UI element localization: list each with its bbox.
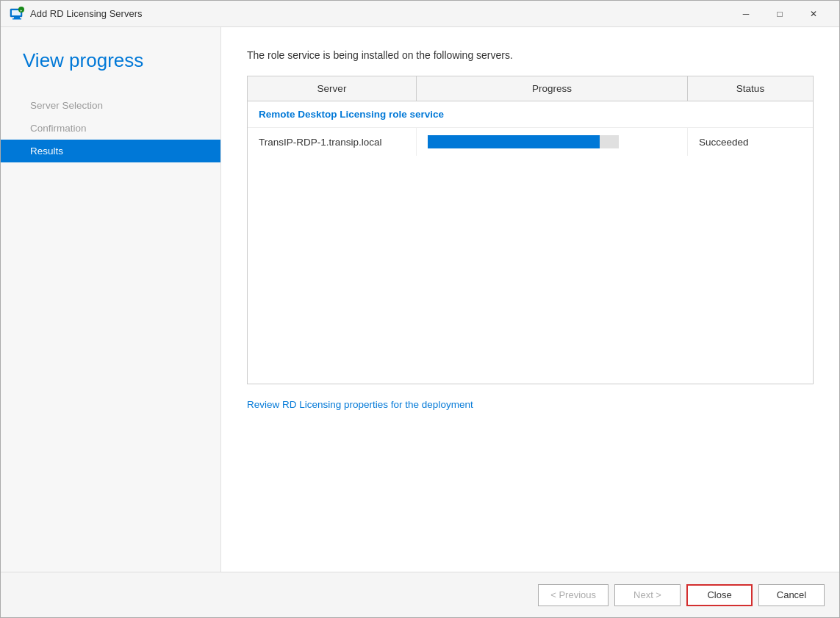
role-service-row: Remote Desktop Licensing role service bbox=[248, 101, 813, 127]
description-text: The role service is being installed on t… bbox=[247, 49, 814, 61]
results-table-container: Server Progress Status Remote Desktop Li… bbox=[247, 76, 814, 384]
sidebar-header: View progress bbox=[1, 27, 220, 87]
svg-rect-2 bbox=[14, 17, 20, 18]
progress-bar-fill bbox=[428, 135, 600, 148]
cell-progress bbox=[417, 128, 688, 156]
review-link[interactable]: Review RD Licensing properties for the d… bbox=[247, 399, 814, 410]
main-panel: The role service is being installed on t… bbox=[221, 27, 839, 572]
minimize-button[interactable]: ─ bbox=[729, 3, 763, 25]
main-window: + Add RD Licensing Servers ─ □ ✕ View pr… bbox=[0, 0, 840, 618]
column-header-progress: Progress bbox=[417, 76, 688, 101]
sidebar-item-server-selection[interactable]: Server Selection bbox=[1, 94, 220, 117]
svg-text:+: + bbox=[20, 7, 22, 12]
table-header-row: Server Progress Status bbox=[248, 76, 813, 101]
column-header-status: Status bbox=[688, 76, 813, 101]
progress-bar-container bbox=[428, 135, 619, 148]
sidebar: View progress Server Selection Confirmat… bbox=[1, 27, 221, 572]
window-close-button[interactable]: ✕ bbox=[797, 3, 830, 25]
cell-server: TransIP-RDP-1.transip.local bbox=[248, 128, 417, 156]
table-row: TransIP-RDP-1.transip.local Succeeded bbox=[248, 127, 813, 156]
window-controls: ─ □ ✕ bbox=[729, 3, 830, 25]
content-area: View progress Server Selection Confirmat… bbox=[1, 27, 839, 572]
column-header-server: Server bbox=[248, 76, 417, 101]
cell-status: Succeeded bbox=[688, 128, 813, 156]
sidebar-item-results[interactable]: Results bbox=[1, 140, 220, 162]
maximize-button[interactable]: □ bbox=[763, 3, 797, 25]
sidebar-item-confirmation[interactable]: Confirmation bbox=[1, 117, 220, 140]
next-button[interactable]: Next > bbox=[614, 584, 681, 606]
svg-rect-3 bbox=[12, 18, 21, 20]
window-title: Add RD Licensing Servers bbox=[30, 8, 729, 19]
close-button[interactable]: Close bbox=[686, 584, 753, 606]
previous-button[interactable]: < Previous bbox=[538, 584, 609, 606]
footer: < Previous Next > Close Cancel bbox=[1, 572, 839, 617]
sidebar-heading: View progress bbox=[23, 49, 198, 72]
cancel-button[interactable]: Cancel bbox=[758, 584, 825, 606]
app-icon: + bbox=[10, 7, 24, 21]
sidebar-nav: Server Selection Confirmation Results bbox=[1, 87, 220, 170]
title-bar: + Add RD Licensing Servers ─ □ ✕ bbox=[1, 1, 839, 27]
